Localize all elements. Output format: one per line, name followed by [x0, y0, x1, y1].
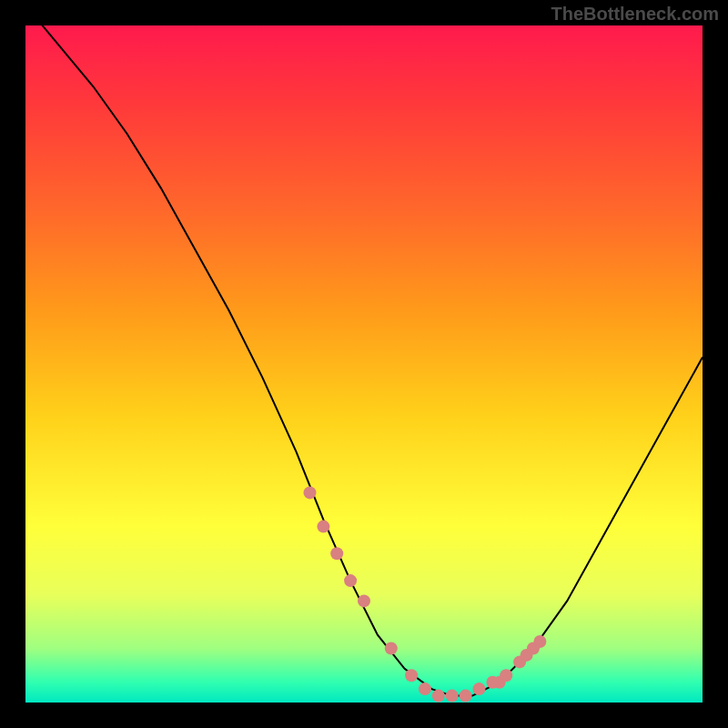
watermark-text: TheBottleneck.com [551, 4, 719, 25]
bottleneck-curve [25, 5, 703, 696]
data-marker [533, 635, 546, 648]
data-markers [304, 486, 547, 702]
data-marker [419, 682, 431, 695]
data-marker [358, 594, 370, 607]
data-marker [317, 521, 329, 533]
data-marker [500, 669, 512, 682]
data-marker [330, 547, 343, 560]
data-marker [460, 690, 472, 703]
data-marker [446, 690, 459, 703]
chart-overlay [25, 25, 703, 703]
data-marker [385, 642, 398, 655]
data-marker [473, 682, 486, 695]
data-marker [405, 669, 418, 682]
data-marker [432, 690, 445, 703]
data-marker [344, 574, 357, 587]
data-marker [304, 486, 317, 499]
